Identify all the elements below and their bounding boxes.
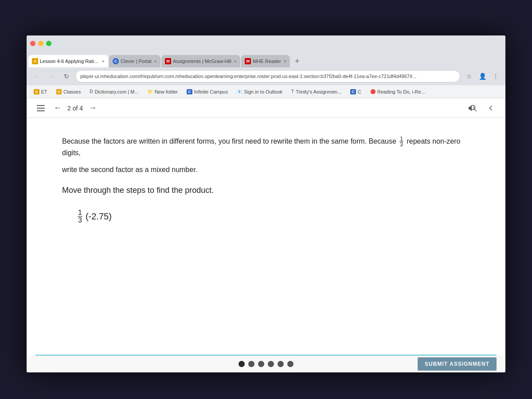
bookmark-newfolder-icon: 📁 (148, 89, 153, 94)
browser-window: A Lesson 4-6 Applying Rational O... × C … (27, 35, 505, 372)
browser-chrome: A Lesson 4-6 Applying Rational O... × C … (27, 35, 505, 98)
bookmark-classes[interactable]: A Classes (53, 87, 85, 97)
reader-toolbar: ← 2 of 4 → (27, 98, 505, 118)
dot-navigation (239, 361, 293, 367)
tab-assignments[interactable]: M Assignments | McGraw-Hill × (161, 55, 240, 67)
title-bar (27, 35, 505, 51)
dot-6[interactable] (287, 361, 293, 367)
hamburger-menu-button[interactable] (34, 101, 48, 115)
instruction-text: Move through the steps to find the produ… (62, 186, 470, 195)
math-fraction-denominator: 3 (78, 217, 82, 224)
bookmark-dictionary[interactable]: D Dictionary.com | M... (86, 87, 142, 97)
tab-mhe-icon: M (245, 58, 251, 64)
bookmark-newfolder[interactable]: 📁 New folder (144, 87, 182, 97)
bookmark-infinite-label: Infinite Campus (194, 89, 228, 94)
svg-rect-0 (37, 105, 45, 106)
bookmark-reading[interactable]: 🔴 Reading To Do, i-Re... (367, 87, 429, 97)
sound-button[interactable] (465, 101, 479, 115)
sound-icon-area (465, 101, 479, 115)
new-tab-button[interactable]: + (291, 55, 303, 67)
bookmark-trinity-label: Trinity's Assignmen... (296, 89, 341, 94)
bookmark-infinite[interactable]: C Infinite Campus (183, 87, 231, 97)
url-bar[interactable]: player-ui.mheducation.com/#/epub/urn:com… (75, 70, 460, 82)
bookmark-star-button[interactable]: ☆ (463, 70, 475, 82)
bottom-controls: SUBMIT ASSIGNMENT (27, 356, 505, 372)
reload-button[interactable]: ↻ (60, 70, 73, 82)
page-label: 2 of 4 (67, 105, 83, 112)
dot-3[interactable] (258, 361, 264, 367)
content-paragraph: Because the factors are written in diffe… (62, 136, 470, 175)
paragraph-text: Because the factors are written in diffe… (62, 136, 470, 159)
bookmark-trinity[interactable]: T Trinity's Assignmen... (288, 87, 345, 97)
tab-lesson-close[interactable]: × (102, 59, 105, 64)
tab-assignments-label: Assignments | McGraw-Hill (173, 59, 231, 64)
profile-button[interactable]: 👤 (476, 70, 489, 82)
prev-page-button[interactable]: ← (51, 102, 64, 114)
maximize-window-button[interactable] (46, 41, 51, 46)
bookmark-classes-icon: A (56, 89, 62, 94)
bookmarks-bar: A ET A Classes D Dictionary.com | M... 📁… (27, 85, 505, 98)
svg-rect-2 (37, 110, 45, 111)
tab-clever[interactable]: C Clever | Portal × (109, 55, 160, 67)
svg-rect-1 (37, 108, 45, 109)
page-indicator: 2 of 4 (67, 105, 83, 112)
bookmark-classes-label: Classes (63, 89, 81, 94)
dot-4[interactable] (268, 361, 274, 367)
close-window-button[interactable] (30, 41, 35, 46)
browser-actions: ☆ 👤 ⋮ (463, 70, 502, 82)
address-bar: ← → ↻ player-ui.mheducation.com/#/epub/u… (27, 67, 505, 85)
bottom-section: SUBMIT ASSIGNMENT (27, 355, 505, 372)
tab-clever-icon: C (113, 58, 119, 64)
back-button-reader[interactable] (484, 101, 498, 115)
tab-lesson[interactable]: A Lesson 4-6 Applying Rational O... × (28, 55, 108, 67)
tab-mhe[interactable]: M MHE Reader × (241, 55, 290, 67)
bookmark-trinity-icon: T (291, 89, 294, 94)
tab-lesson-icon: A (32, 58, 38, 64)
math-value: (-2.75) (86, 211, 112, 222)
bookmark-et[interactable]: A ET (30, 87, 51, 97)
tab-clever-close[interactable]: × (154, 59, 157, 64)
bookmark-outlook-label: Sign in to Outlook (244, 89, 282, 94)
tab-mhe-label: MHE Reader (253, 59, 281, 64)
inline-fraction: 1 3 (399, 136, 403, 147)
url-text: player-ui.mheducation.com/#/epub/urn:com… (80, 74, 416, 79)
math-expression: 1 3 (-2.75) (76, 209, 470, 224)
bookmark-reading-icon: 🔴 (370, 89, 376, 94)
dot-5[interactable] (278, 361, 284, 367)
menu-button[interactable]: ⋮ (489, 70, 502, 82)
bookmark-c-label: C (358, 89, 361, 94)
bookmark-outlook-icon: 📧 (237, 89, 242, 94)
bookmark-outlook[interactable]: 📧 Sign in to Outlook (233, 87, 286, 97)
window-controls (30, 41, 51, 46)
tab-assignments-icon: M (165, 58, 171, 64)
submit-assignment-button[interactable]: SUBMIT ASSIGNMENT (418, 357, 497, 371)
forward-button[interactable]: → (45, 70, 58, 82)
math-fraction: 1 3 (78, 209, 82, 224)
bookmark-et-icon: A (34, 89, 39, 94)
dot-1[interactable] (239, 361, 245, 367)
back-button[interactable]: ← (30, 70, 43, 82)
math-fraction-numerator: 1 (78, 209, 82, 217)
bookmark-c[interactable]: C C (347, 87, 364, 97)
dot-2[interactable] (248, 361, 254, 367)
bookmark-et-label: ET (41, 89, 47, 94)
bookmark-infinite-icon: C (187, 89, 192, 94)
bookmark-newfolder-label: New folder (155, 89, 178, 94)
reader-content: Because the factors are written in diffe… (27, 118, 505, 355)
bookmark-c-icon: C (350, 89, 356, 94)
bookmark-dictionary-icon: D (90, 89, 93, 94)
content-area: ← 2 of 4 → (27, 98, 505, 372)
tab-mhe-close[interactable]: × (284, 59, 286, 64)
tab-bar: A Lesson 4-6 Applying Rational O... × C … (27, 51, 505, 67)
fraction-denominator: 3 (399, 142, 403, 147)
tab-assignments-close[interactable]: × (234, 59, 237, 64)
minimize-window-button[interactable] (38, 41, 43, 46)
tab-lesson-label: Lesson 4-6 Applying Rational O... (40, 59, 99, 64)
next-page-button[interactable]: → (86, 102, 99, 114)
paragraph2-text: write the second factor as a mixed numbe… (62, 164, 470, 176)
tab-clever-label: Clever | Portal (121, 59, 152, 64)
toolbar-left: ← 2 of 4 → (34, 101, 99, 115)
bookmark-dictionary-label: Dictionary.com | M... (94, 89, 138, 94)
bookmark-reading-label: Reading To Do, i-Re... (377, 89, 425, 94)
